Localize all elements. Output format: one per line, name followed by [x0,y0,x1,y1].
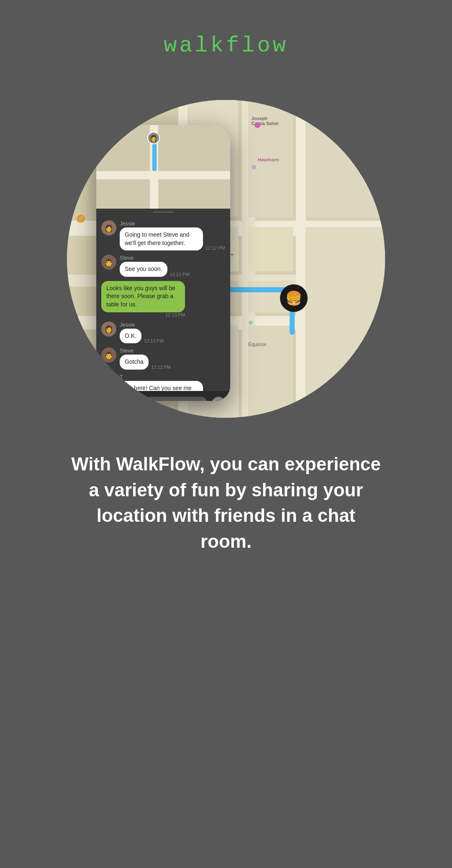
time-5: 12:13 PM [151,365,171,370]
map-block-7 [248,326,293,418]
description-paragraph: With WalkFlow, you can experience a vari… [71,451,381,554]
map-block-10 [306,227,385,408]
time-2: 12:12 PM [170,272,190,277]
illustration-circle: Geary St JosephCozza Salon Hawthorn Maza… [67,100,385,418]
msg-content-2: Steve See you soon. 12:12 PM [120,255,190,277]
msg-content-3: Looks like you guys will be there soon. … [101,281,185,317]
bubble-3: Looks like you guys will be there soon. … [101,281,185,312]
message-row-6: 🧔 T I'm here! Can you see me guys? 12:14… [101,374,225,391]
sender-1: Jessie [120,220,225,227]
bubble-wrap-1: Going to meet Steve and we'll get there … [120,227,225,250]
map-label-equinox: Equinox [248,342,266,347]
map-pin-hawthorn: ⊕ [252,163,257,170]
bubble-wrap-5: Gotcha 12:13 PM [120,355,171,370]
msg-content-6: T I'm here! Can you see me guys? 12:14 P… [120,374,225,391]
bubble-2: See you soon. [120,262,167,277]
time-1: 12:12 PM [205,245,225,250]
bubble-wrap-3: Looks like you guys will be there soon. … [101,281,185,312]
sender-6: T [120,374,225,380]
avatar-jessie-1: 👩 [101,220,116,235]
bubble-4: O.K. [120,329,141,344]
msg-content-1: Jessie Going to meet Steve and we'll get… [120,220,225,250]
avatar-steve-1: 👨 [101,255,116,270]
time-4: 12:13 PM [144,338,164,343]
map-pin-restaurant: 🍴 [77,214,85,223]
map-label-hawthorn: Hawthorn [258,157,279,162]
phone-drag-handle [96,209,230,215]
phone-chat-area: 👩 Jessie Going to meet Steve and we'll g… [96,215,230,391]
bubble-6: I'm here! Can you see me guys? [120,381,203,391]
drag-bar [153,211,174,213]
msg-content-5: Steve Gotcha 12:13 PM [120,347,171,370]
time-3: 12:13 PM [101,312,185,317]
phone-route-avatar: 👩 [147,132,160,144]
app-logo: walkflow [164,33,288,58]
map-block-9 [306,100,385,217]
message-input[interactable]: Message [118,397,208,401]
bubble-1: Going to meet Steve and we'll get there … [120,227,203,250]
sender-2: Steve [120,255,190,261]
phone-input-bar: + Message ↑ [96,391,230,401]
map-block-8 [248,227,293,271]
message-row-2: 👨 Steve See you soon. 12:12 PM [101,255,225,277]
map-street-v3 [296,100,306,418]
phone-map-area: 👩 [96,125,230,209]
sender-5: Steve [120,347,171,354]
app-header: walkflow [164,0,288,75]
bubble-wrap-4: O.K. 12:13 PM [120,329,164,344]
bubble-5: Gotcha [120,355,149,370]
avatar-steve-2: 👨 [101,347,116,363]
equinox-pin: ⊕ [248,319,253,326]
message-row-1: 👩 Jessie Going to meet Steve and we'll g… [101,220,225,250]
description-text: With WalkFlow, you can experience a vari… [38,451,414,554]
phone-map-street-h [96,171,230,179]
msg-content-4: Jessie O.K. 12:13 PM [120,322,164,344]
bubble-wrap-6: I'm here! Can you see me guys? 12:14 PM [120,381,225,391]
message-row-3: Looks like you guys will be there soon. … [101,281,225,317]
message-row-4: 👩 Jessie O.K. 12:13 PM [101,322,225,344]
message-row-5: 👨 Steve Gotcha 12:13 PM [101,347,225,370]
bubble-wrap-2: See you soon. 12:12 PM [120,262,190,277]
avatar-jessie-2: 👩 [101,322,116,337]
burger-destination-pin: 🍔 [280,284,308,312]
avatar-t: 🧔 [101,374,116,389]
phone-mockup: 👩 👩 Jessie Going to meet Steve and we'll… [96,125,230,401]
map-pin-pink-left [73,183,80,189]
sender-4: Jessie [120,322,164,328]
